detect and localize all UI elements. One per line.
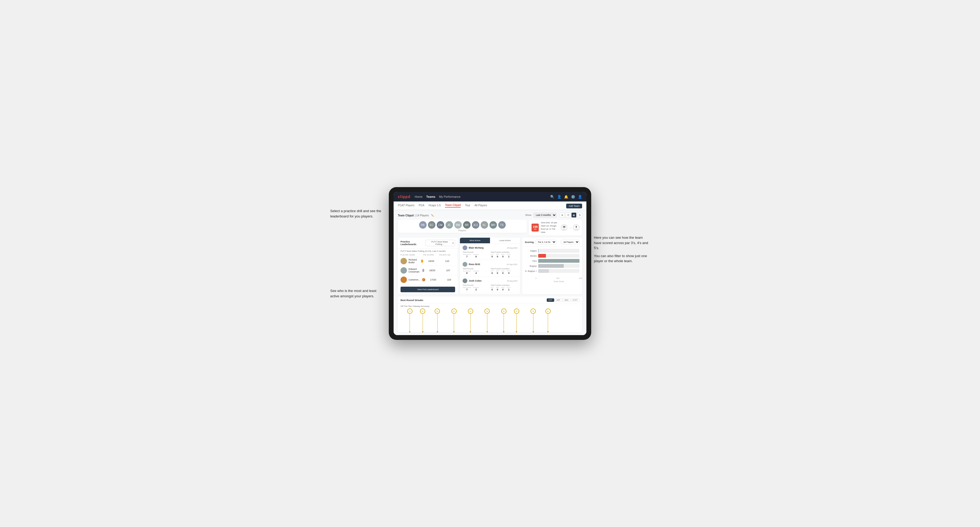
activity-date-2: 02 Sep 2023 xyxy=(507,264,517,265)
player-avatar-2[interactable]: EC xyxy=(428,221,435,229)
streak-bubble: 5x xyxy=(451,308,457,314)
streaks-tab-putt[interactable]: PUTT xyxy=(571,298,579,302)
player-avatar-1[interactable]: RB xyxy=(419,221,426,229)
activity-stats-3: Total Rounds Tournament 7 Practice xyxy=(463,284,517,291)
streak-point[interactable]: 4x xyxy=(501,308,506,332)
tab-most-active[interactable]: Most Active xyxy=(460,238,490,243)
nav-teams[interactable]: Teams xyxy=(426,195,435,198)
add-team-button[interactable]: Add Team xyxy=(566,204,582,208)
leaderboard-filter-button[interactable]: PUTT Must Make Putting... ▾ xyxy=(426,240,455,246)
player-avatar-3[interactable]: CM xyxy=(437,221,444,229)
x-label-1: 200 xyxy=(556,277,560,279)
streak-bubble: 4x xyxy=(501,308,506,314)
nav-performance[interactable]: My Performance xyxy=(439,195,461,198)
subnav-pga[interactable]: PGA xyxy=(418,204,424,207)
lb-player-info-3: Cameron... 3 xyxy=(401,276,425,283)
card-view-icon[interactable]: ▦ xyxy=(571,213,576,217)
scoring-player-filter-select[interactable]: All Players xyxy=(561,240,579,244)
list-view-icon[interactable]: ☰ xyxy=(566,213,570,217)
chart-bar-fill xyxy=(538,264,564,268)
filter-icon[interactable]: ⇅ xyxy=(578,213,582,217)
lb-score-1: 19/20 xyxy=(423,260,439,262)
nav-home[interactable]: Home xyxy=(415,195,422,198)
chart-bar-fill xyxy=(538,254,546,258)
search-icon[interactable]: 🔍 xyxy=(550,195,554,199)
edit-icon[interactable]: ✏️ xyxy=(431,214,434,217)
team-name: Team Clippd xyxy=(398,214,414,217)
streaks-tab-arg[interactable]: ARG xyxy=(563,298,570,302)
streak-point[interactable]: 4x xyxy=(514,308,519,332)
streak-line xyxy=(487,314,487,331)
leaderboard-filter-label: PUTT Must Make Putting... xyxy=(427,241,452,245)
tab-least-active[interactable]: Least Active xyxy=(490,238,520,243)
lb-badge-silver: 2 xyxy=(422,269,424,272)
scoring-filter-select[interactable]: Par 3, 4 & 5s xyxy=(535,240,556,244)
leaderboard-dropdown-icon: ▾ xyxy=(452,242,453,244)
streak-point[interactable]: 5x xyxy=(468,308,473,332)
activity-player-2: Rees Britt 02 Sep 2023 Total Rounds Tour xyxy=(460,260,520,276)
player-avatar-8[interactable]: KL xyxy=(481,221,488,229)
streak-bubble: 3x xyxy=(530,308,536,314)
rounds-row-2: Tournament 8 Practice 4 xyxy=(463,270,490,275)
show-filter-select[interactable]: Last 3 months xyxy=(533,213,557,217)
activity-avatar-2 xyxy=(463,262,467,267)
streaks-tabs: OTT APP ARG PUTT xyxy=(547,298,579,302)
lb-badge-gold: 1 xyxy=(421,259,423,263)
shot-badge-num: 198 xyxy=(533,225,538,229)
player-avatar-9[interactable]: MH xyxy=(490,221,497,229)
show-filter-area: Show: Last 3 months ⊞ ☰ ▦ ⇅ xyxy=(525,213,582,217)
leaderboard-subtitle: PUTT Must Make Putting (3-6 ft), Last 3 … xyxy=(398,249,458,253)
stat-practice-val-1: 6 xyxy=(473,255,479,258)
streaks-card-header: Best Round Streaks OTT APP ARG PUTT xyxy=(398,297,582,304)
streak-dot xyxy=(516,331,517,332)
leaderboard-card-header: Practice Leaderboards PUTT Must Make Put… xyxy=(398,238,458,249)
subnav-tour[interactable]: Tour xyxy=(465,204,470,207)
practice-leaderboard-card: Practice Leaderboards PUTT Must Make Put… xyxy=(398,238,458,294)
settings-icon[interactable]: ⚙️ xyxy=(571,195,575,199)
chart-bar-row: D. Bogeys +131 xyxy=(525,269,579,273)
avatar-icon[interactable]: 👤 xyxy=(578,195,582,199)
player-avatar-10[interactable]: TS xyxy=(498,221,506,229)
streak-point[interactable]: 4x xyxy=(484,308,490,332)
subnav-pgat[interactable]: PGAT Players xyxy=(398,204,414,207)
lb-avatar-2 xyxy=(401,267,407,274)
chart-bar-area: 3 xyxy=(538,249,579,252)
streaks-tab-app[interactable]: APP xyxy=(555,298,562,302)
shot-circle-1-val: 16 xyxy=(563,225,565,228)
streak-point[interactable]: 3x xyxy=(546,308,551,332)
streak-line xyxy=(516,314,517,331)
lb-avatar-3 xyxy=(401,276,407,283)
scoring-card: Scoring Par 3, 4 & 5s All Players Eagles… xyxy=(522,238,582,294)
streak-point[interactable]: 6x xyxy=(434,308,440,332)
streak-point[interactable]: 3x xyxy=(530,308,536,332)
player-avatar-7[interactable]: JC2 xyxy=(472,221,479,229)
streak-point[interactable]: 5x xyxy=(451,308,457,332)
grid-view-icon[interactable]: ⊞ xyxy=(560,213,565,217)
streaks-tab-ott[interactable]: OTT xyxy=(547,298,554,302)
leaderboard-col-headers: PLAYER NAME PB SCORE PB AVG SQ xyxy=(398,253,458,257)
people-icon[interactable]: 👤 xyxy=(557,195,562,199)
activity-player-2-name: Rees Britt xyxy=(463,262,480,267)
streak-point[interactable]: 7x xyxy=(407,308,412,332)
activity-player-3-name: Josh Coles xyxy=(463,278,482,283)
team-title-area: Team Clippd | 14 Players ✏️ xyxy=(398,213,434,217)
player-avatar-4[interactable]: JC xyxy=(445,221,453,229)
team-player-count: 14 Players xyxy=(416,214,429,217)
player-avatar-6[interactable]: BR xyxy=(463,221,471,229)
chart-bar-fill xyxy=(538,259,579,263)
subnav-hcaps[interactable]: Hcaps 1-5 xyxy=(429,204,441,207)
players-avatars: RB EC CM JC BM BR JC2 KL MH TS xyxy=(401,221,523,229)
practice-row-2: OTT 0 APP 0 ARG xyxy=(490,270,517,275)
stat-tournament-val-1: 7 xyxy=(463,255,471,258)
streaks-chart-area: 7x6x6x5x5x4x4x4x3x3x xyxy=(398,308,582,332)
streak-bubble: 7x xyxy=(407,308,412,314)
streak-point[interactable]: 6x xyxy=(420,308,425,332)
view-full-leaderboard-button[interactable]: View Full Leaderboard xyxy=(401,287,455,292)
scoring-title: Scoring xyxy=(525,241,534,243)
stat-practice-1: Practice 6 xyxy=(473,254,479,258)
subnav-team-clippd[interactable]: Team Clippd xyxy=(445,204,461,208)
shot-circles: 16 yds — 0 yds xyxy=(561,224,579,231)
subnav-all-players[interactable]: All Players xyxy=(474,204,487,207)
player-avatar-5[interactable]: BM xyxy=(454,221,462,229)
bell-icon[interactable]: 🔔 xyxy=(564,195,568,199)
